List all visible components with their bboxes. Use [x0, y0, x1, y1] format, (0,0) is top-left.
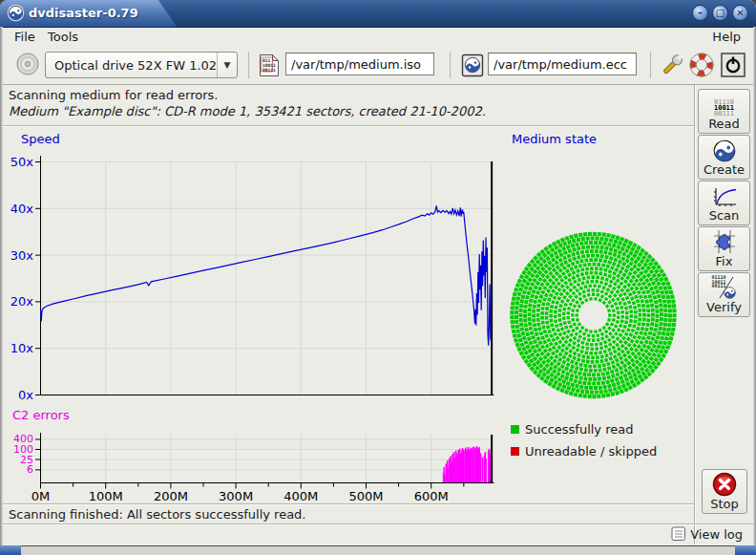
svg-text:20x: 20x [10, 294, 34, 309]
scan-status-line: Scanning medium for read errors. [9, 88, 218, 102]
header-separator [3, 125, 694, 126]
speed-chart-svg: 0x10x20x30x40x50x [0, 143, 506, 422]
medium-info-line: Medium "Example disc": CD-R mode 1, 3534… [9, 104, 486, 118]
close-button[interactable]: ✕ [732, 5, 748, 21]
toolbar-separator [650, 52, 652, 78]
legend-label: Unreadable / skipped [525, 444, 657, 459]
svg-text:0x: 0x [18, 388, 33, 402]
legend-swatch-green [511, 425, 519, 434]
preferences-button[interactable] [660, 52, 685, 78]
svg-text:10x: 10x [10, 341, 34, 355]
sidebar-separator [694, 85, 695, 544]
quit-button[interactable] [721, 53, 746, 77]
window-left-border [0, 27, 3, 545]
optical-disc-icon [15, 52, 40, 76]
verify-button-label: Verify [706, 300, 742, 314]
window-bottom-border[interactable] [0, 545, 756, 555]
footer-status-text: Scanning finished: All sectors successfu… [9, 507, 306, 522]
log-list-icon [671, 526, 686, 542]
scan-button-label: Scan [709, 208, 740, 223]
svg-text:400: 400 [13, 433, 33, 445]
toolbar-separator [248, 52, 250, 78]
verify-compare-icon: 01110 10011 00111 [711, 275, 738, 300]
dvdisaster-window: dvdisaster-0.79 – □ ✕ File Tools Help Op… [0, 0, 756, 555]
svg-text:500M: 500M [348, 489, 383, 503]
fix-button-label: Fix [716, 254, 733, 268]
svg-text:00111: 00111 [262, 68, 276, 73]
fix-button[interactable]: Fix [698, 226, 750, 271]
svg-text:40x: 40x [10, 202, 34, 216]
menubar: File Tools Help [3, 28, 753, 47]
resize-corner-right[interactable] [735, 545, 756, 555]
c2-chart-svg: 6251004000M100M200M300M400M500M600M [0, 425, 506, 509]
stop-button[interactable]: Stop [702, 469, 747, 514]
create-button-label: Create [704, 162, 745, 177]
power-icon [721, 53, 746, 77]
menu-help[interactable]: Help [707, 28, 746, 47]
resize-corner-left[interactable] [0, 545, 21, 555]
svg-text:0M: 0M [32, 489, 51, 503]
view-log-button[interactable]: View log [671, 526, 743, 542]
svg-text:200M: 200M [154, 489, 188, 503]
yin-yang-icon [713, 139, 736, 162]
titlebar[interactable]: dvdisaster-0.79 – □ ✕ [0, 0, 756, 28]
wrench-icon [660, 52, 685, 78]
maximize-button[interactable]: □ [712, 5, 728, 21]
stop-button-label: Stop [710, 497, 739, 511]
read-button-label: Read [708, 117, 740, 131]
lifebuoy-icon [688, 52, 715, 78]
window-title: dvdisaster-0.79 [29, 0, 138, 27]
chevron-down-icon: ▼ [217, 53, 237, 77]
statusbar-separator [3, 523, 753, 524]
menu-file[interactable]: File [10, 28, 40, 47]
svg-text:600M: 600M [414, 489, 449, 503]
drive-selector-value: Optical drive 52X FW 1.02 [46, 58, 217, 73]
ecc-path-input[interactable] [488, 53, 637, 75]
stop-icon [712, 472, 737, 497]
view-log-label: View log [690, 527, 743, 542]
puzzle-piece-icon [711, 229, 738, 254]
iso-file-icon: 011 10011 00111 [259, 53, 280, 77]
medium-state-disc-svg [509, 229, 681, 401]
legend-item-read: Successfully read [511, 422, 633, 437]
menu-tools[interactable]: Tools [43, 28, 83, 47]
create-button[interactable]: Create [698, 135, 750, 180]
legend-label: Successfully read [525, 422, 633, 437]
toolbar: Optical drive 52X FW 1.02 ▼ 011 10011 00… [3, 47, 753, 85]
svg-text:300M: 300M [219, 489, 253, 503]
svg-text:50x: 50x [10, 155, 34, 169]
svg-text:30x: 30x [10, 248, 34, 263]
minimize-button[interactable]: – [692, 5, 708, 21]
dvdisaster-logo-icon [7, 4, 25, 22]
help-button[interactable] [688, 52, 715, 78]
legend-swatch-red [511, 447, 519, 456]
toolbar-separator [450, 52, 452, 78]
footer-separator [3, 503, 694, 504]
legend-item-unreadable: Unreadable / skipped [511, 444, 657, 459]
iso-path-input[interactable] [285, 53, 434, 75]
read-binary-icon: 01110 10011 00111 [714, 99, 734, 117]
scan-button[interactable]: Scan [698, 181, 750, 225]
svg-text:400M: 400M [284, 489, 318, 503]
drive-selector-dropdown[interactable]: Optical drive 52X FW 1.02 ▼ [45, 52, 238, 78]
read-button[interactable]: 01110 10011 00111 Read [698, 89, 750, 134]
verify-button[interactable]: 01110 10011 00111 Verify [698, 272, 750, 317]
scan-curve-icon [711, 186, 738, 208]
ecc-file-icon [461, 53, 484, 77]
medium-state-title: Medium state [512, 132, 597, 146]
svg-text:100M: 100M [89, 489, 123, 503]
